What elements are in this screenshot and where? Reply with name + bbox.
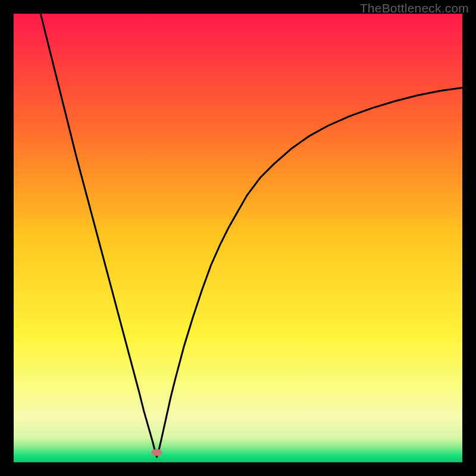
plot-frame bbox=[14, 14, 462, 462]
optimal-point-marker bbox=[152, 449, 162, 456]
chart-canvas bbox=[14, 14, 462, 462]
gradient-background bbox=[14, 14, 462, 462]
watermark-text: TheBottleneck.com bbox=[360, 1, 469, 15]
